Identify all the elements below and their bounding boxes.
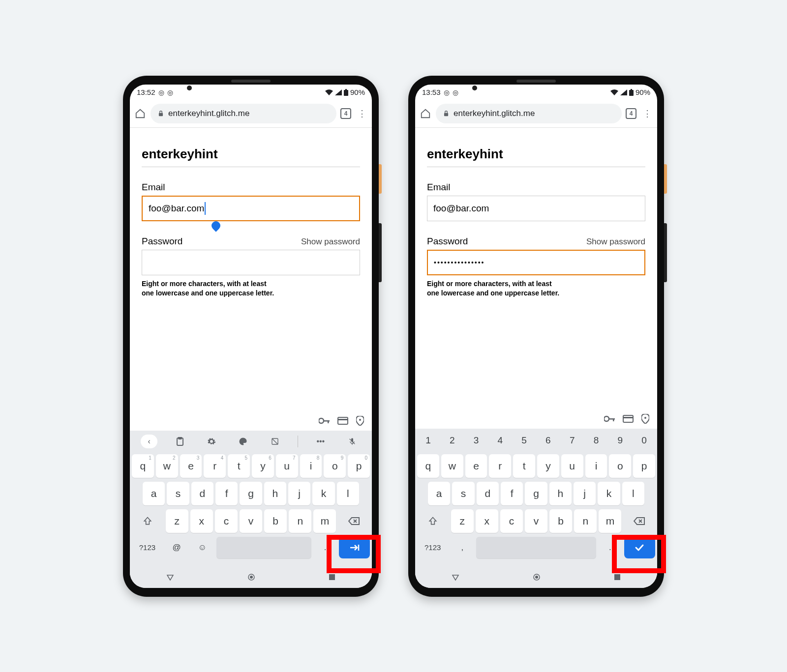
symbols-key[interactable]: ?123	[132, 537, 163, 558]
key-w[interactable]: w2	[156, 454, 178, 478]
key-s[interactable]: s	[452, 482, 474, 505]
address-bar[interactable]: enterkeyhint.glitch.me	[436, 104, 622, 123]
home-icon[interactable]	[134, 107, 147, 120]
key-c[interactable]: c	[215, 509, 238, 533]
key-r[interactable]: r4	[204, 454, 226, 478]
key-f[interactable]: f	[215, 482, 238, 505]
key-q[interactable]: q1	[132, 454, 154, 478]
key-k[interactable]: k	[598, 482, 620, 505]
key-e[interactable]: e	[465, 454, 487, 478]
comma-key[interactable]: ,	[450, 537, 474, 558]
enter-key-done[interactable]	[624, 537, 655, 558]
key-n[interactable]: n	[574, 509, 597, 533]
key-g[interactable]: g	[525, 482, 547, 505]
location-icon[interactable]	[356, 416, 364, 426]
key-b[interactable]: b	[264, 509, 287, 533]
password-input[interactable]	[142, 250, 360, 275]
at-key[interactable]: @	[165, 537, 188, 558]
key-i[interactable]: i	[585, 454, 607, 478]
gear-icon[interactable]	[203, 435, 220, 448]
nav-recents-icon[interactable]	[329, 574, 335, 581]
caret-handle-icon[interactable]	[210, 219, 222, 232]
key-p[interactable]: p0	[348, 454, 370, 478]
key-s[interactable]: s	[167, 482, 189, 505]
key-x[interactable]: x	[476, 509, 498, 533]
period-key[interactable]: .	[598, 537, 622, 558]
key-1[interactable]: 1	[417, 431, 439, 450]
key-q[interactable]: q	[417, 454, 439, 478]
key-icon[interactable]	[319, 417, 330, 424]
key-e[interactable]: e3	[180, 454, 202, 478]
key-k[interactable]: k	[312, 482, 334, 505]
nav-recents-icon[interactable]	[614, 574, 621, 581]
key-l[interactable]: l	[337, 482, 359, 505]
shift-key[interactable]	[417, 509, 449, 533]
key-9[interactable]: 9	[609, 431, 631, 450]
palette-icon[interactable]	[234, 435, 252, 448]
email-input[interactable]: foo@bar.com	[142, 196, 360, 221]
key-l[interactable]: l	[622, 482, 644, 505]
key-u[interactable]: u7	[276, 454, 298, 478]
key-z[interactable]: z	[166, 509, 188, 533]
address-bar[interactable]: enterkeyhint.glitch.me	[151, 104, 336, 123]
space-key[interactable]	[216, 537, 311, 558]
emoji-key[interactable]: ☺	[190, 537, 214, 558]
key-0[interactable]: 0	[633, 431, 655, 450]
home-icon[interactable]	[419, 107, 432, 120]
location-icon[interactable]	[641, 414, 649, 424]
key-o[interactable]: o9	[324, 454, 346, 478]
key-i[interactable]: i8	[300, 454, 322, 478]
key-5[interactable]: 5	[513, 431, 535, 450]
tabs-button[interactable]: 4	[340, 108, 351, 119]
key-y[interactable]: y	[537, 454, 559, 478]
card-icon[interactable]	[623, 415, 634, 423]
shift-key[interactable]	[132, 509, 164, 533]
key-y[interactable]: y6	[252, 454, 274, 478]
symbols-key[interactable]: ?123	[417, 537, 448, 558]
key-6[interactable]: 6	[537, 431, 559, 450]
kebab-menu-icon[interactable]: ⋮	[640, 107, 653, 120]
backspace-key[interactable]	[338, 509, 370, 533]
key-3[interactable]: 3	[465, 431, 487, 450]
card-icon[interactable]	[337, 417, 348, 425]
show-password-toggle[interactable]: Show password	[301, 237, 360, 247]
key-t[interactable]: t	[513, 454, 535, 478]
key-x[interactable]: x	[190, 509, 213, 533]
key-4[interactable]: 4	[489, 431, 511, 450]
keyboard-back-icon[interactable]: ‹	[141, 435, 157, 448]
nav-back-icon[interactable]	[166, 573, 174, 581]
key-v[interactable]: v	[240, 509, 262, 533]
show-password-toggle[interactable]: Show password	[586, 237, 645, 247]
key-2[interactable]: 2	[441, 431, 463, 450]
key-d[interactable]: d	[477, 482, 499, 505]
mic-off-icon[interactable]	[343, 435, 361, 448]
clipboard-icon[interactable]	[171, 435, 189, 448]
key-7[interactable]: 7	[561, 431, 583, 450]
key-h[interactable]: h	[549, 482, 572, 505]
key-8[interactable]: 8	[585, 431, 607, 450]
key-n[interactable]: n	[289, 509, 311, 533]
key-t[interactable]: t5	[228, 454, 250, 478]
key-h[interactable]: h	[264, 482, 286, 505]
key-o[interactable]: o	[609, 454, 631, 478]
key-j[interactable]: j	[288, 482, 310, 505]
nav-back-icon[interactable]	[452, 573, 459, 581]
kebab-menu-icon[interactable]: ⋮	[355, 107, 368, 120]
key-b[interactable]: b	[549, 509, 572, 533]
email-input[interactable]: foo@bar.com	[427, 196, 645, 221]
key-r[interactable]: r	[489, 454, 511, 478]
key-icon[interactable]	[604, 415, 615, 422]
nav-home-icon[interactable]	[533, 573, 541, 581]
more-icon[interactable]: •••	[312, 435, 330, 448]
key-z[interactable]: z	[451, 509, 474, 533]
key-m[interactable]: m	[313, 509, 336, 533]
backspace-key[interactable]	[623, 509, 655, 533]
key-j[interactable]: j	[574, 482, 596, 505]
key-m[interactable]: m	[599, 509, 621, 533]
space-key[interactable]	[476, 537, 596, 558]
password-input[interactable]: •••••••••••••••	[427, 250, 645, 275]
enter-key-next[interactable]	[339, 537, 370, 558]
period-key[interactable]: .	[313, 537, 337, 558]
key-c[interactable]: c	[500, 509, 523, 533]
tabs-button[interactable]: 4	[626, 108, 636, 119]
